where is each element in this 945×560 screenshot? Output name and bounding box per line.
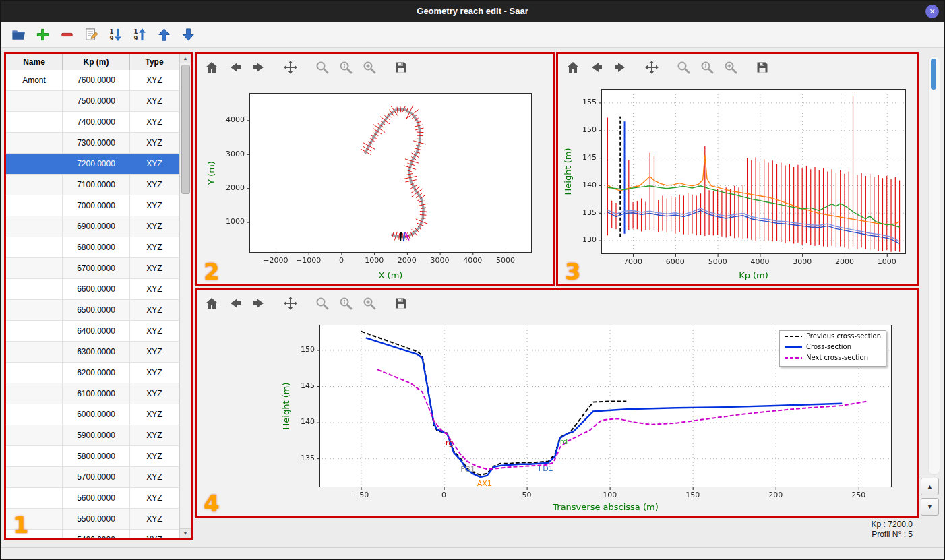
table-scroll-down-button[interactable]: ▼ xyxy=(180,528,191,538)
table-row[interactable]: 7400.0000XYZ xyxy=(6,112,179,133)
mpl-forward-button[interactable] xyxy=(612,59,628,75)
long-plot-toolbar xyxy=(558,54,917,81)
mpl-pan-button[interactable] xyxy=(282,295,299,311)
table-row[interactable]: 5700.0000XYZ xyxy=(6,467,179,488)
cell-kp: 6100.0000 xyxy=(63,383,130,404)
mpl-pan-button[interactable] xyxy=(644,59,660,75)
table-header: Name Kp (m) Type xyxy=(6,54,191,71)
cell-kp: 6300.0000 xyxy=(63,342,130,362)
edit-button[interactable] xyxy=(82,26,100,44)
move-up-button[interactable] xyxy=(155,26,173,44)
mpl-forward-button[interactable] xyxy=(251,295,267,311)
column-header-type[interactable]: Type xyxy=(130,54,179,70)
cell-type: XYZ xyxy=(130,133,179,153)
next-profile-button[interactable]: ▼ xyxy=(921,498,939,516)
annotation-2: 2 xyxy=(204,260,220,283)
table-row[interactable]: 6600.0000XYZ xyxy=(6,279,179,300)
table-row[interactable]: 7500.0000XYZ xyxy=(6,91,179,112)
mpl-back-button[interactable] xyxy=(227,59,243,75)
table-row[interactable]: 5900.0000XYZ xyxy=(6,425,179,446)
profil-readout: Profil N° : 5 xyxy=(872,530,913,540)
mpl-zoom-rect-button[interactable] xyxy=(723,59,739,75)
cell-type: XYZ xyxy=(130,467,179,487)
svg-text:1: 1 xyxy=(109,28,113,34)
mpl-back-button[interactable] xyxy=(588,59,605,75)
status-bar xyxy=(1,547,944,559)
table-scrollbar[interactable]: ▲ ▼ xyxy=(179,54,191,538)
mpl-back-button[interactable] xyxy=(227,295,243,311)
mpl-home-button[interactable] xyxy=(204,295,220,311)
cell-kp: 6800.0000 xyxy=(63,237,130,257)
cell-type: XYZ xyxy=(130,70,179,90)
table-row[interactable]: 7000.0000XYZ xyxy=(6,195,179,216)
cross-chart-canvas[interactable] xyxy=(197,317,916,516)
cell-type: XYZ xyxy=(130,279,179,299)
table-row[interactable]: 6400.0000XYZ xyxy=(6,321,179,342)
mpl-home-button[interactable] xyxy=(565,59,581,75)
remove-button[interactable] xyxy=(58,26,76,44)
window-scrollbar[interactable] xyxy=(928,56,940,475)
cell-type: XYZ xyxy=(130,91,179,111)
table-row[interactable]: 5600.0000XYZ xyxy=(6,488,179,509)
table-row[interactable]: 6200.0000XYZ xyxy=(6,363,179,383)
mpl-forward-button[interactable] xyxy=(251,59,267,75)
sort-descending-button[interactable]: 1 9 xyxy=(106,26,125,44)
long-chart-canvas[interactable] xyxy=(558,81,917,284)
table-scrollbar-thumb[interactable] xyxy=(181,65,190,194)
table-row[interactable]: 6300.0000XYZ xyxy=(6,342,179,363)
mpl-inspect-button[interactable] xyxy=(338,59,354,75)
cell-kp: 7000.0000 xyxy=(63,195,130,216)
table-row[interactable]: 6800.0000XYZ xyxy=(6,237,179,258)
previous-profile-button[interactable]: ▲ xyxy=(921,478,939,495)
mpl-save-button[interactable] xyxy=(393,59,409,75)
cell-type: XYZ xyxy=(130,258,179,278)
table-row[interactable]: 7100.0000XYZ xyxy=(6,175,179,195)
table-row[interactable]: 6000.0000XYZ xyxy=(6,404,179,425)
table-row[interactable]: 6900.0000XYZ xyxy=(6,216,179,237)
column-header-name[interactable]: Name xyxy=(6,54,63,70)
move-down-button[interactable] xyxy=(179,26,197,44)
sort-ascending-button[interactable]: 1 9 xyxy=(131,26,149,44)
cell-name xyxy=(6,133,63,153)
mpl-pan-button[interactable] xyxy=(282,59,299,75)
cell-kp: 7500.0000 xyxy=(63,91,130,111)
table-row[interactable]: 5800.0000XYZ xyxy=(6,446,179,467)
mpl-inspect-button[interactable] xyxy=(338,295,354,311)
mpl-home-button[interactable] xyxy=(204,59,220,75)
mpl-zoom-button[interactable] xyxy=(314,59,330,75)
zoom-rect-icon xyxy=(362,296,377,311)
open-button[interactable] xyxy=(9,26,28,44)
table-row[interactable]: 5400.0000XYZ xyxy=(6,530,179,538)
add-button[interactable] xyxy=(34,26,52,44)
cell-kp: 5500.0000 xyxy=(63,509,130,529)
mpl-save-button[interactable] xyxy=(754,59,770,75)
mpl-save-button[interactable] xyxy=(393,295,409,311)
close-button[interactable]: ✕ xyxy=(925,5,939,18)
window-scrollbar-thumb[interactable] xyxy=(931,59,936,90)
mpl-zoom-rect-button[interactable] xyxy=(361,295,377,311)
table-row[interactable]: 6700.0000XYZ xyxy=(6,258,179,279)
svg-text:9: 9 xyxy=(133,35,138,42)
table-row[interactable]: 6100.0000XYZ xyxy=(6,383,179,404)
table-row[interactable]: 5500.0000XYZ xyxy=(6,509,179,530)
cell-kp: 6900.0000 xyxy=(63,216,130,237)
table-row[interactable]: Amont7600.0000XYZ xyxy=(6,70,179,91)
cell-type: XYZ xyxy=(130,216,179,237)
cell-kp: 7600.0000 xyxy=(63,70,130,90)
table-scroll-up-button[interactable]: ▲ xyxy=(180,54,191,63)
table-row[interactable]: 7200.0000XYZ xyxy=(6,154,179,175)
cell-name xyxy=(6,467,63,487)
table-row[interactable]: 7300.0000XYZ xyxy=(6,133,179,154)
mpl-inspect-button[interactable] xyxy=(699,59,715,75)
cell-type: XYZ xyxy=(130,530,179,538)
cell-name xyxy=(6,258,63,278)
column-header-kp[interactable]: Kp (m) xyxy=(63,54,130,70)
plan-chart-canvas[interactable] xyxy=(197,81,552,284)
mpl-zoom-button[interactable] xyxy=(314,295,330,311)
sort-descending-icon: 1 9 xyxy=(108,27,123,42)
mpl-zoom-rect-button[interactable] xyxy=(361,59,377,75)
mpl-zoom-button[interactable] xyxy=(675,59,692,75)
cell-name xyxy=(6,425,63,445)
cell-kp: 5900.0000 xyxy=(63,425,130,445)
table-row[interactable]: 6500.0000XYZ xyxy=(6,300,179,321)
